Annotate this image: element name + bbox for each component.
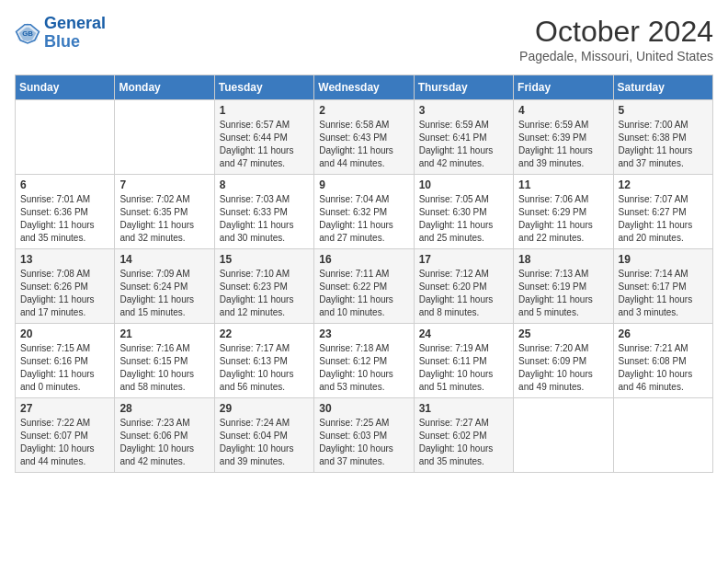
day-number: 16	[319, 253, 408, 266]
calendar-cell: 12Sunrise: 7:07 AM Sunset: 6:27 PM Dayli…	[613, 175, 712, 249]
day-number: 3	[419, 104, 508, 117]
calendar-cell: 27Sunrise: 7:22 AM Sunset: 6:07 PM Dayli…	[16, 398, 115, 473]
day-number: 15	[220, 253, 309, 266]
day-number: 12	[619, 178, 708, 191]
day-info: Sunrise: 7:12 AM Sunset: 6:20 PM Dayligh…	[419, 268, 508, 319]
title-block: October 2024 Pagedale, Missouri, United …	[519, 15, 713, 63]
calendar-cell: 26Sunrise: 7:21 AM Sunset: 6:08 PM Dayli…	[613, 324, 712, 398]
weekday-header: Tuesday	[214, 75, 313, 100]
day-number: 19	[619, 253, 708, 266]
calendar-cell: 6Sunrise: 7:01 AM Sunset: 6:36 PM Daylig…	[16, 175, 115, 249]
day-number: 18	[518, 253, 608, 266]
calendar-cell: 7Sunrise: 7:02 AM Sunset: 6:35 PM Daylig…	[115, 175, 214, 249]
day-number: 11	[518, 178, 608, 191]
day-number: 31	[419, 402, 508, 415]
logo-general: General	[44, 14, 106, 32]
day-info: Sunrise: 7:20 AM Sunset: 6:09 PM Dayligh…	[518, 342, 608, 394]
svg-text:GB: GB	[22, 29, 33, 38]
day-number: 23	[319, 327, 408, 340]
calendar-week-row: 6Sunrise: 7:01 AM Sunset: 6:36 PM Daylig…	[16, 175, 713, 249]
location-subtitle: Pagedale, Missouri, United States	[519, 49, 713, 63]
day-number: 6	[20, 178, 109, 191]
day-info: Sunrise: 7:16 AM Sunset: 6:15 PM Dayligh…	[119, 342, 209, 394]
day-info: Sunrise: 7:07 AM Sunset: 6:27 PM Dayligh…	[619, 193, 708, 245]
calendar-cell: 9Sunrise: 7:04 AM Sunset: 6:32 PM Daylig…	[314, 175, 414, 249]
day-info: Sunrise: 7:02 AM Sunset: 6:35 PM Dayligh…	[119, 193, 209, 245]
day-number: 29	[220, 402, 309, 415]
day-info: Sunrise: 7:05 AM Sunset: 6:30 PM Dayligh…	[419, 193, 508, 245]
calendar-cell: 1Sunrise: 6:57 AM Sunset: 6:44 PM Daylig…	[214, 100, 313, 175]
day-info: Sunrise: 7:03 AM Sunset: 6:33 PM Dayligh…	[220, 193, 309, 245]
day-number: 7	[119, 178, 209, 191]
calendar-week-row: 27Sunrise: 7:22 AM Sunset: 6:07 PM Dayli…	[16, 398, 713, 473]
day-number: 22	[220, 327, 309, 340]
calendar-cell	[514, 398, 613, 473]
calendar-week-row: 13Sunrise: 7:08 AM Sunset: 6:26 PM Dayli…	[16, 249, 713, 324]
calendar-cell: 31Sunrise: 7:27 AM Sunset: 6:02 PM Dayli…	[414, 398, 513, 473]
calendar-cell: 28Sunrise: 7:23 AM Sunset: 6:06 PM Dayli…	[115, 398, 214, 473]
day-number: 1	[220, 104, 309, 117]
day-number: 17	[419, 253, 508, 266]
calendar-cell: 15Sunrise: 7:10 AM Sunset: 6:23 PM Dayli…	[214, 249, 313, 324]
day-number: 30	[319, 402, 408, 415]
day-info: Sunrise: 7:27 AM Sunset: 6:02 PM Dayligh…	[419, 417, 508, 468]
day-info: Sunrise: 7:14 AM Sunset: 6:17 PM Dayligh…	[619, 268, 708, 319]
day-info: Sunrise: 7:10 AM Sunset: 6:23 PM Dayligh…	[220, 268, 309, 319]
day-info: Sunrise: 7:08 AM Sunset: 6:26 PM Dayligh…	[20, 268, 109, 319]
day-info: Sunrise: 7:11 AM Sunset: 6:22 PM Dayligh…	[319, 268, 408, 319]
logo-icon: GB	[15, 20, 40, 46]
day-info: Sunrise: 7:09 AM Sunset: 6:24 PM Dayligh…	[119, 268, 209, 319]
month-title: October 2024	[519, 15, 713, 49]
day-info: Sunrise: 7:19 AM Sunset: 6:11 PM Dayligh…	[419, 342, 508, 394]
calendar-table: SundayMondayTuesdayWednesdayThursdayFrid…	[15, 75, 713, 473]
calendar-cell: 13Sunrise: 7:08 AM Sunset: 6:26 PM Dayli…	[16, 249, 115, 324]
logo-text: General Blue	[44, 15, 106, 52]
weekday-header: Friday	[514, 75, 613, 100]
logo: GB General Blue	[15, 15, 106, 52]
day-info: Sunrise: 7:00 AM Sunset: 6:38 PM Dayligh…	[619, 119, 708, 170]
day-info: Sunrise: 6:59 AM Sunset: 6:41 PM Dayligh…	[419, 119, 508, 170]
calendar-cell: 2Sunrise: 6:58 AM Sunset: 6:43 PM Daylig…	[314, 100, 414, 175]
calendar-cell: 29Sunrise: 7:24 AM Sunset: 6:04 PM Dayli…	[214, 398, 313, 473]
calendar-cell: 17Sunrise: 7:12 AM Sunset: 6:20 PM Dayli…	[414, 249, 513, 324]
day-info: Sunrise: 7:17 AM Sunset: 6:13 PM Dayligh…	[220, 342, 309, 394]
calendar-cell: 19Sunrise: 7:14 AM Sunset: 6:17 PM Dayli…	[613, 249, 712, 324]
day-number: 9	[319, 178, 408, 191]
calendar-cell: 21Sunrise: 7:16 AM Sunset: 6:15 PM Dayli…	[115, 324, 214, 398]
day-info: Sunrise: 7:22 AM Sunset: 6:07 PM Dayligh…	[20, 417, 109, 468]
calendar-cell: 25Sunrise: 7:20 AM Sunset: 6:09 PM Dayli…	[514, 324, 613, 398]
day-number: 24	[419, 327, 508, 340]
day-info: Sunrise: 7:25 AM Sunset: 6:03 PM Dayligh…	[319, 417, 408, 468]
day-number: 5	[619, 104, 708, 117]
page-header: GB General Blue October 2024 Pagedale, M…	[15, 15, 713, 63]
day-number: 26	[619, 327, 708, 340]
calendar-week-row: 1Sunrise: 6:57 AM Sunset: 6:44 PM Daylig…	[16, 100, 713, 175]
calendar-cell: 8Sunrise: 7:03 AM Sunset: 6:33 PM Daylig…	[214, 175, 313, 249]
calendar-cell: 30Sunrise: 7:25 AM Sunset: 6:03 PM Dayli…	[314, 398, 414, 473]
day-info: Sunrise: 6:58 AM Sunset: 6:43 PM Dayligh…	[319, 119, 408, 170]
day-number: 8	[220, 178, 309, 191]
weekday-header: Monday	[115, 75, 214, 100]
calendar-cell: 20Sunrise: 7:15 AM Sunset: 6:16 PM Dayli…	[16, 324, 115, 398]
weekday-header: Thursday	[414, 75, 513, 100]
weekday-header-row: SundayMondayTuesdayWednesdayThursdayFrid…	[16, 75, 713, 100]
calendar-cell: 23Sunrise: 7:18 AM Sunset: 6:12 PM Dayli…	[314, 324, 414, 398]
day-number: 21	[119, 327, 209, 340]
day-info: Sunrise: 7:13 AM Sunset: 6:19 PM Dayligh…	[518, 268, 608, 319]
day-number: 28	[119, 402, 209, 415]
weekday-header: Saturday	[613, 75, 712, 100]
calendar-cell: 16Sunrise: 7:11 AM Sunset: 6:22 PM Dayli…	[314, 249, 414, 324]
day-number: 13	[20, 253, 109, 266]
day-info: Sunrise: 7:23 AM Sunset: 6:06 PM Dayligh…	[119, 417, 209, 468]
calendar-cell: 11Sunrise: 7:06 AM Sunset: 6:29 PM Dayli…	[514, 175, 613, 249]
day-number: 20	[20, 327, 109, 340]
calendar-cell: 14Sunrise: 7:09 AM Sunset: 6:24 PM Dayli…	[115, 249, 214, 324]
day-number: 2	[319, 104, 408, 117]
logo-blue: Blue	[44, 32, 80, 51]
day-info: Sunrise: 7:18 AM Sunset: 6:12 PM Dayligh…	[319, 342, 408, 394]
day-info: Sunrise: 6:57 AM Sunset: 6:44 PM Dayligh…	[220, 119, 309, 170]
day-info: Sunrise: 7:24 AM Sunset: 6:04 PM Dayligh…	[220, 417, 309, 468]
day-info: Sunrise: 7:15 AM Sunset: 6:16 PM Dayligh…	[20, 342, 109, 394]
day-number: 14	[119, 253, 209, 266]
day-number: 4	[518, 104, 608, 117]
